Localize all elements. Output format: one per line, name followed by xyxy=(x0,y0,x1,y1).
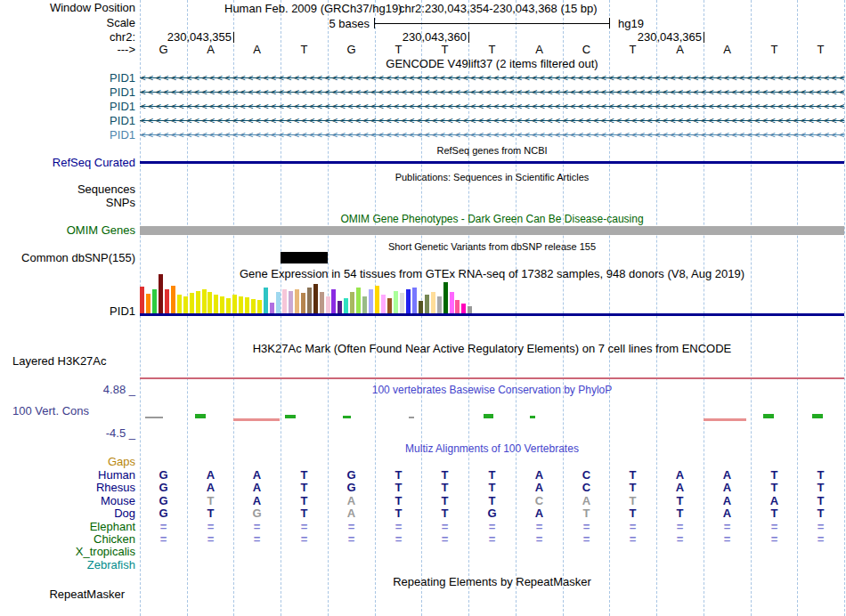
gtex-expression-bar[interactable] xyxy=(406,289,411,313)
gtex-expression-bar[interactable] xyxy=(214,295,218,313)
gencode-item-label[interactable]: PID1 xyxy=(0,72,135,85)
gencode-item-label[interactable]: PID1 xyxy=(0,86,135,99)
species-label[interactable]: Chicken xyxy=(0,533,135,546)
gtex-expression-bar[interactable] xyxy=(276,292,281,313)
publications-snps-label[interactable]: SNPs xyxy=(0,197,135,209)
snp-variant-item[interactable] xyxy=(281,252,328,263)
gencode-transcript-item[interactable]: <<<<<<<<<<<<<<<<<<<<<<<<<<<<<<<<<<<<<<<<… xyxy=(140,128,844,142)
species-label[interactable]: Dog xyxy=(0,507,135,520)
alignment-base: C xyxy=(563,469,610,482)
gtex-expression-bar[interactable] xyxy=(289,291,293,313)
gtex-expression-bar[interactable] xyxy=(461,304,466,313)
gtex-expression-bar[interactable] xyxy=(177,295,182,313)
publications-sequences-label[interactable]: Sequences xyxy=(0,183,135,196)
gtex-expression-bar[interactable] xyxy=(282,289,287,313)
gtex-expression-bar[interactable] xyxy=(232,295,237,313)
gtex-expression-bar[interactable] xyxy=(320,292,324,313)
gtex-expression-bar[interactable] xyxy=(369,289,373,313)
species-label[interactable]: Mouse xyxy=(0,495,135,507)
gtex-expression-bar[interactable] xyxy=(437,296,442,313)
gtex-expression-bar[interactable] xyxy=(146,294,150,313)
gtex-expression-bar[interactable] xyxy=(455,300,460,313)
gtex-expression-bar[interactable] xyxy=(443,282,448,313)
gtex-expression-bar[interactable] xyxy=(450,292,454,313)
gtex-expression-bar[interactable] xyxy=(344,298,348,313)
gtex-track-title[interactable]: Gene Expression in 54 tissues from GTEx … xyxy=(140,268,844,280)
gtex-expression-bar[interactable] xyxy=(313,284,318,313)
repeatmasker-label[interactable]: RepeatMasker xyxy=(0,588,125,601)
gtex-expression-bar[interactable] xyxy=(295,289,299,313)
gaps-label[interactable]: Gaps xyxy=(0,456,135,468)
gencode-transcript-item[interactable]: <<<<<<<<<<<<<<<<<<<<<<<<<<<<<<<<<<<<<<<<… xyxy=(140,100,844,114)
gencode-item-label[interactable]: PID1 xyxy=(0,101,135,113)
gtex-expression-bar[interactable] xyxy=(419,301,423,313)
gtex-expression-bar[interactable] xyxy=(338,301,342,313)
gtex-expression-bar[interactable] xyxy=(257,300,262,313)
species-label[interactable]: Elephant xyxy=(0,521,135,533)
gencode-transcript-item[interactable]: <<<<<<<<<<<<<<<<<<<<<<<<<<<<<<<<<<<<<<<<… xyxy=(140,114,844,128)
h3k27ac-label[interactable]: Layered H3K27Ac xyxy=(0,355,135,368)
gtex-expression-bar[interactable] xyxy=(159,274,163,313)
gtex-expression-bar[interactable] xyxy=(431,292,435,313)
gtex-expression-bar[interactable] xyxy=(400,293,404,313)
dbsnp-label[interactable]: Common dbSNP(155) xyxy=(0,252,135,264)
gtex-expression-bar[interactable] xyxy=(165,289,169,313)
refseq-gene-item[interactable] xyxy=(140,161,844,164)
gencode-transcript-item[interactable]: <<<<<<<<<<<<<<<<<<<<<<<<<<<<<<<<<<<<<<<<… xyxy=(140,71,844,85)
gtex-expression-bar[interactable] xyxy=(362,296,367,313)
gtex-expression-bar[interactable] xyxy=(381,295,386,313)
gtex-expression-bar[interactable] xyxy=(152,289,157,313)
ruler-tick-label: 230,043,355 xyxy=(125,31,232,44)
gtex-expression-bar[interactable] xyxy=(226,298,231,313)
gtex-expression-bar[interactable] xyxy=(190,293,194,313)
gtex-expression-bar[interactable] xyxy=(140,287,144,313)
refseq-track-title[interactable]: RefSeq genes from NCBI xyxy=(140,144,844,157)
dbsnp-track-title[interactable]: Short Genetic Variants from dbSNP releas… xyxy=(140,240,844,253)
gtex-gene-label[interactable]: PID1 xyxy=(0,305,135,318)
species-label[interactable]: Zebrafish xyxy=(0,559,135,571)
multiz-track-title[interactable]: Multiz Alignments of 100 Vertebrates xyxy=(140,442,844,455)
gtex-expression-bar[interactable] xyxy=(220,296,224,313)
gtex-gene-model-line[interactable] xyxy=(140,313,844,316)
gencode-track-title[interactable]: GENCODE V49lift37 (2 items filtered out) xyxy=(140,58,844,70)
gencode-transcript-item[interactable]: <<<<<<<<<<<<<<<<<<<<<<<<<<<<<<<<<<<<<<<<… xyxy=(140,85,844,100)
gtex-expression-bar[interactable] xyxy=(375,286,379,313)
gtex-expression-bar[interactable] xyxy=(264,288,268,313)
gtex-expression-bar[interactable] xyxy=(356,288,361,313)
species-label[interactable]: Human xyxy=(0,469,135,482)
gtex-expression-bar[interactable] xyxy=(412,288,417,313)
gtex-expression-bar[interactable] xyxy=(202,289,207,313)
gtex-expression-bar[interactable] xyxy=(307,288,312,313)
gtex-expression-bar[interactable] xyxy=(270,303,274,313)
gtex-expression-bar[interactable] xyxy=(301,293,305,313)
alignment-base: C xyxy=(516,495,563,507)
cons-label[interactable]: 100 Vert. Cons xyxy=(0,405,135,417)
repeatmasker-track-title[interactable]: Repeating Elements by RepeatMasker xyxy=(140,576,844,588)
gtex-expression-bar[interactable] xyxy=(331,289,336,313)
gtex-expression-bar[interactable] xyxy=(239,296,243,313)
omim-track-title[interactable]: OMIM Gene Phenotypes - Dark Green Can Be… xyxy=(140,213,844,225)
h3k27ac-signal-line[interactable] xyxy=(140,377,844,379)
gtex-expression-bar[interactable] xyxy=(183,296,188,313)
gtex-expression-bar[interactable] xyxy=(387,298,392,313)
gencode-item-label[interactable]: PID1 xyxy=(0,129,135,142)
gtex-expression-bar[interactable] xyxy=(207,292,212,313)
gtex-expression-bar[interactable] xyxy=(326,296,330,313)
gencode-item-label[interactable]: PID1 xyxy=(0,115,135,127)
gtex-expression-bar[interactable] xyxy=(350,292,354,313)
gtex-expression-bar[interactable] xyxy=(468,306,472,313)
cons-track-title[interactable]: 100 vertebrates Basewise Conservation by… xyxy=(140,384,844,396)
gtex-expression-bar[interactable] xyxy=(251,299,256,313)
gtex-expression-bar[interactable] xyxy=(171,286,175,313)
species-label[interactable]: Rhesus xyxy=(0,482,135,494)
gtex-expression-bar[interactable] xyxy=(245,297,249,313)
omim-genes-label[interactable]: OMIM Genes xyxy=(0,224,135,237)
publications-track-title[interactable]: Publications: Sequences in Scientific Ar… xyxy=(140,171,844,183)
gtex-expression-bar[interactable] xyxy=(394,291,398,313)
h3k27ac-track-title[interactable]: H3K27Ac Mark (Often Found Near Active Re… xyxy=(140,343,844,355)
species-label[interactable]: X_tropicalis xyxy=(0,546,135,558)
omim-gene-item[interactable] xyxy=(140,226,844,235)
gtex-expression-bar[interactable] xyxy=(196,291,200,313)
gtex-expression-bar[interactable] xyxy=(425,295,429,313)
refseq-curated-label[interactable]: RefSeq Curated xyxy=(0,157,135,169)
